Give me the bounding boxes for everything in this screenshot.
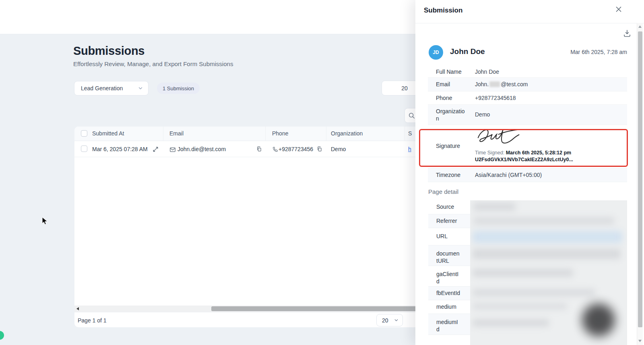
expand-row-button[interactable] <box>152 145 159 153</box>
field-label: Organization <box>428 105 467 125</box>
field-row-email: Email John.@test.com <box>428 78 627 91</box>
field-label: Signature <box>428 125 467 168</box>
select-all-checkbox[interactable] <box>81 130 87 137</box>
page-detail-label-document-url: documentURL <box>428 245 470 266</box>
col-header-submitted-at[interactable]: Submitted At <box>92 130 124 137</box>
time-signed-value: March 6th 2025, 5:28:12 pm <box>506 150 572 156</box>
time-signed-label: Time Signed: <box>475 150 506 156</box>
cell-email: John.die@test.com <box>178 146 226 152</box>
signature-hash: U2FsdGVkX1/NVb7CakIEzZ2A9zLctUy0... <box>475 157 573 162</box>
email-suffix: @test.com <box>501 81 528 87</box>
copy-email-button[interactable] <box>256 146 262 154</box>
field-value: John.@test.com <box>467 78 528 91</box>
field-row-organization: Organization Demo <box>428 105 627 125</box>
blurred-value <box>473 203 516 211</box>
submission-count-badge: 1 Submission <box>157 83 200 94</box>
field-label: Full Name <box>428 65 467 77</box>
col-header-signature[interactable]: S <box>408 130 412 137</box>
field-value: Asia/Karachi (GMT+05:00) <box>467 168 542 182</box>
horizontal-scrollbar-thumb[interactable] <box>211 306 437 311</box>
expand-icon <box>152 146 159 153</box>
panel-title: Submission <box>424 6 462 15</box>
close-button[interactable] <box>614 5 624 15</box>
blurred-value <box>473 319 549 326</box>
app-window: Submissions Effortlessly Review, Manage,… <box>0 0 644 345</box>
scroll-down-arrow-icon[interactable] <box>638 340 642 342</box>
col-header-phone[interactable]: Phone <box>272 130 288 137</box>
status-dot <box>0 331 4 340</box>
table-footer: Page 1 of 1 20 <box>74 312 437 327</box>
email-prefix: John. <box>475 81 489 87</box>
blurred-value <box>473 289 595 296</box>
close-icon <box>614 5 623 14</box>
page-detail-heading: Page detail <box>428 188 458 195</box>
col-header-email[interactable]: Email <box>169 130 184 137</box>
vertical-scrollbar-thumb[interactable] <box>638 31 642 327</box>
copy-phone-button[interactable] <box>316 146 322 154</box>
page-detail-label-referrer: Referrer <box>428 214 470 228</box>
submitted-date: Mar 6th 2025, 7:28 am <box>570 49 627 55</box>
page-detail-label-source: Source <box>428 200 470 214</box>
col-header-organization[interactable]: Organization <box>331 130 363 137</box>
search-icon <box>408 112 415 119</box>
page-detail-label-ga-client-id: gaClientId <box>428 266 470 287</box>
chevron-down-icon <box>394 318 399 323</box>
field-label: Phone <box>428 91 467 104</box>
field-value: Demo <box>467 105 490 125</box>
download-icon <box>622 29 632 38</box>
blurred-value <box>473 303 567 310</box>
submissions-table-card: Submitted At Email Phone Organization S … <box>74 127 437 327</box>
table-header-row: Submitted At Email Phone Organization S <box>74 127 437 141</box>
avatar-initials: JD <box>433 50 439 55</box>
submission-count-label: 1 Submission <box>163 85 194 91</box>
field-row-full-name: Full Name John Doe <box>428 65 627 78</box>
phone-icon <box>272 146 278 152</box>
time-signed-line: Time Signed: March 6th 2025, 5:28:12 pm <box>475 150 571 156</box>
field-label: Email <box>428 78 467 91</box>
horizontal-scrollbar[interactable] <box>74 306 437 312</box>
field-value: John Doe <box>467 65 499 77</box>
cell-submitted-at: Mar 6, 2025 07:28 AM <box>92 146 148 152</box>
avatar: JD <box>429 45 443 60</box>
mail-icon <box>169 146 176 153</box>
blurred-value <box>473 249 621 259</box>
page-size-dropdown[interactable]: 20 <box>376 314 403 326</box>
blurred-value <box>473 269 573 277</box>
download-button[interactable] <box>622 29 633 39</box>
blurred-value <box>473 231 622 243</box>
form-filter-dropdown[interactable]: Lead Generation <box>74 81 149 96</box>
scroll-left-arrow-icon[interactable] <box>76 307 79 310</box>
chevron-down-icon <box>138 85 143 91</box>
page-indicator: Page 1 of 1 <box>78 317 107 324</box>
page-title: Submissions <box>73 44 144 58</box>
page-subtitle: Effortlessly Review, Manage, and Export … <box>73 60 233 67</box>
submission-detail-panel: Submission JD John Doe Mar 6th 2025, 7:2… <box>415 0 644 345</box>
field-row-signature: Signature Time Signed: March 6th 2025, 5… <box>428 125 627 168</box>
form-filter-value: Lead Generation <box>81 85 123 91</box>
submitter-name: John Doe <box>450 47 485 56</box>
blurred-widget-circle <box>582 303 615 337</box>
field-row-phone: Phone +928772345618 <box>428 91 627 105</box>
page-detail-label-url: URL <box>428 228 470 245</box>
field-label: Timezone <box>428 168 467 182</box>
page-detail-label-fb-event-id: fbEventId <box>428 287 470 300</box>
row-checkbox[interactable] <box>81 145 87 152</box>
page-detail-values-blurred <box>470 200 627 345</box>
mouse-cursor <box>42 217 48 227</box>
table-row[interactable]: Mar 6, 2025 07:28 AM John.die@test.com +… <box>74 141 437 157</box>
cell-phone: +9287723456 <box>279 146 313 152</box>
cell-organization: Demo <box>331 146 346 152</box>
page-size-value: 20 <box>382 317 388 324</box>
page-detail-label-medium-id: mediumId <box>428 314 470 335</box>
signature-drawing <box>474 127 524 148</box>
divider <box>415 23 644 23</box>
vertical-scrollbar[interactable] <box>637 23 643 345</box>
blurred-value <box>473 217 614 224</box>
field-value: +928772345618 <box>467 91 516 104</box>
scroll-up-arrow-icon[interactable] <box>638 25 642 28</box>
top-page-size-value: 20 <box>401 85 408 91</box>
redacted-email-segment <box>489 81 500 87</box>
cell-signature-link[interactable]: h <box>408 146 411 152</box>
field-row-timezone: Timezone Asia/Karachi (GMT+05:00) <box>428 168 627 182</box>
page-detail-label-medium: medium <box>428 300 470 314</box>
